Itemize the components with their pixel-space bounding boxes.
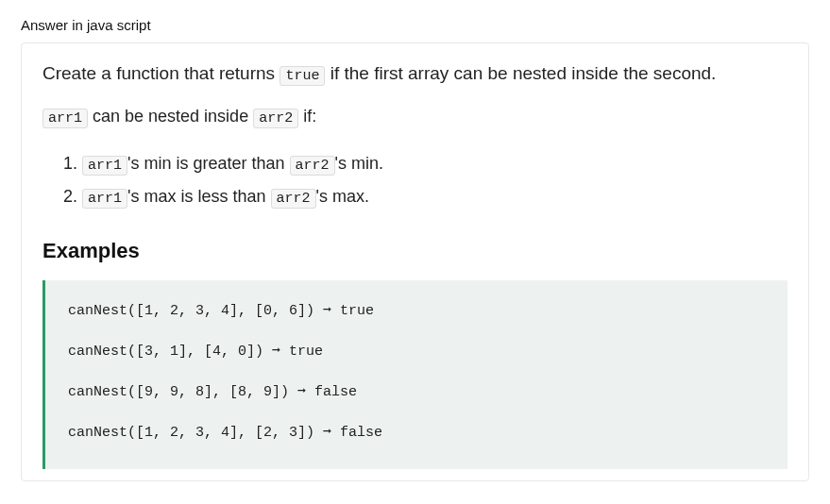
code-arr2: arr2 — [253, 109, 298, 128]
code-line: canNest([1, 2, 3, 4], [2, 3]) ➞ false — [68, 423, 765, 443]
rule-text-1: 's max is less than — [127, 187, 271, 206]
sub-paragraph: arr1 can be nested inside arr2 if: — [42, 107, 788, 126]
code-arr1: arr1 — [42, 109, 88, 128]
examples-heading: Examples — [42, 239, 788, 263]
code-line: canNest([1, 2, 3, 4], [0, 6]) ➞ true — [68, 301, 765, 321]
rule-item: arr1's max is less than arr2's max. — [82, 180, 788, 214]
code-arr2: arr2 — [271, 189, 316, 209]
code-line: canNest([3, 1], [4, 0]) ➞ true — [68, 342, 765, 361]
sub-text-1: can be nested inside — [88, 107, 253, 126]
code-block: canNest([1, 2, 3, 4], [0, 6]) ➞ true can… — [42, 280, 788, 469]
rule-text-2: 's min. — [335, 154, 383, 173]
sub-text-2: if: — [298, 107, 316, 126]
code-true: true — [279, 66, 325, 86]
code-arr1: arr1 — [82, 189, 127, 209]
page-header: Answer in java script — [0, 0, 830, 42]
lead-text-2: if the first array can be nested inside … — [325, 63, 716, 83]
rule-item: arr1's min is greater than arr2's min. — [82, 147, 788, 181]
code-arr1: arr1 — [82, 156, 127, 176]
lead-text-1: Create a function that returns — [42, 63, 279, 83]
code-line: canNest([9, 9, 8], [8, 9]) ➞ false — [68, 382, 765, 402]
problem-content: Create a function that returns true if t… — [21, 42, 809, 481]
lead-paragraph: Create a function that returns true if t… — [42, 60, 788, 88]
rule-text-1: 's min is greater than — [127, 154, 290, 173]
rule-text-2: 's max. — [316, 187, 369, 206]
rules-list: arr1's min is greater than arr2's min. a… — [42, 147, 788, 214]
code-arr2: arr2 — [290, 156, 335, 176]
